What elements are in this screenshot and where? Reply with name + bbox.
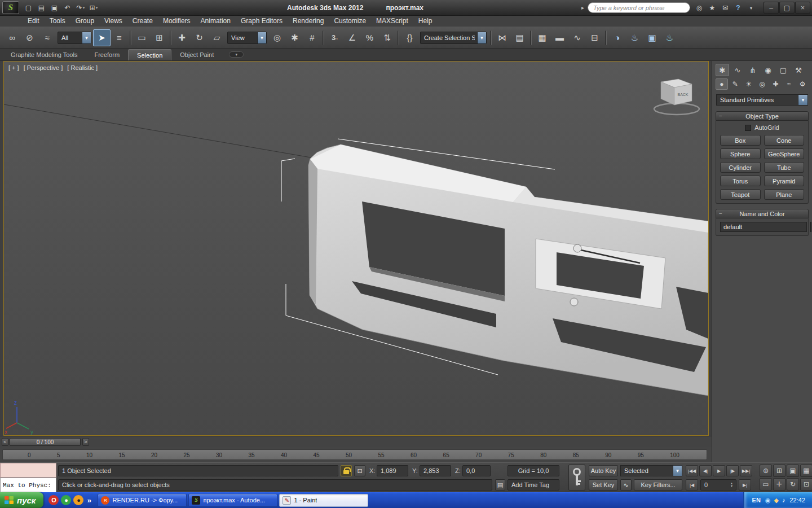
bind-to-space-warp-icon[interactable]: ≈	[38, 29, 56, 46]
maximize-button[interactable]: ▢	[779, 2, 795, 14]
autogrid-checkbox[interactable]	[745, 125, 751, 131]
macro-recorder-field[interactable]	[0, 463, 56, 478]
menu-item[interactable]: Tools	[45, 16, 70, 26]
primitive-button[interactable]: GeoSphere	[764, 148, 805, 159]
communication-center-icon[interactable]: ✉	[720, 2, 731, 14]
zoom-extents-icon[interactable]: ▣	[787, 465, 799, 477]
graphite-ribbon-toggle-icon[interactable]: ▬	[551, 29, 568, 46]
viewport-menu-shading[interactable]: [ Realistic ]	[67, 64, 98, 71]
percent-snap-toggle-icon[interactable]: %	[361, 29, 378, 46]
tray-volume-icon[interactable]: ♪	[782, 497, 785, 504]
language-indicator[interactable]: EN	[752, 497, 761, 503]
material-editor-icon[interactable]: ◑	[608, 29, 626, 46]
maxscript-mini-listener[interactable]: Max to Physc:	[0, 478, 56, 493]
orbit-icon[interactable]: ↻	[787, 478, 799, 491]
systems-category-icon[interactable]: ⚙	[796, 78, 809, 90]
select-and-rotate-icon[interactable]: ↻	[191, 29, 208, 46]
helpers-category-icon[interactable]: ✚	[769, 78, 782, 90]
use-pivot-point-center-icon[interactable]: ◎	[268, 29, 286, 46]
angle-snap-toggle-icon[interactable]: ∠	[343, 29, 361, 46]
menu-item[interactable]: Modifiers	[158, 16, 196, 26]
viewport-menu-view[interactable]: [ Perspective ]	[24, 64, 63, 71]
schematic-view-icon[interactable]: ⊟	[586, 29, 603, 46]
selection-lock-toggle[interactable]	[341, 465, 352, 476]
reference-coordinate-system-dropdown[interactable]: View ▾	[227, 32, 267, 44]
chevron-down-icon[interactable]: ▾	[673, 465, 682, 476]
app-logo-icon[interactable]: S	[2, 1, 19, 14]
time-step-back-button[interactable]: <	[2, 438, 8, 446]
zoom-extents-all-icon[interactable]: ▦	[800, 465, 812, 477]
next-key-button[interactable]: ▶|	[739, 479, 751, 491]
rendered-frame-window-icon[interactable]: ▣	[643, 29, 661, 46]
close-button[interactable]: ×	[795, 2, 810, 14]
named-selection-sets-dropdown[interactable]: Create Selection Se ▾	[420, 32, 487, 44]
render-setup-icon[interactable]: ♨	[626, 29, 643, 46]
goto-end-button[interactable]: ▶▶|	[740, 465, 752, 476]
menu-item[interactable]: Create	[127, 16, 158, 26]
mirror-icon[interactable]: ⋈	[493, 29, 511, 46]
primitive-button[interactable]: Tube	[764, 162, 805, 173]
spinner-arrows[interactable]: ▴ ▾	[731, 482, 732, 488]
x-coordinate-field[interactable]: 1,089	[377, 465, 408, 476]
key-filters-button[interactable]: Key Filters...	[634, 479, 682, 491]
help-search-input[interactable]	[593, 5, 685, 11]
cameras-category-icon[interactable]: ◎	[756, 78, 769, 90]
ribbon-tab[interactable]: Selection	[128, 49, 171, 60]
object-color-swatch[interactable]	[810, 222, 811, 232]
select-and-move-icon[interactable]: ✚	[173, 29, 191, 46]
primitives-dropdown[interactable]: Standard Primitives ▾	[716, 94, 808, 106]
quick-launch-antivirus-icon[interactable]: ●	[73, 495, 83, 505]
object-name-field[interactable]	[720, 222, 807, 232]
perspective-viewport[interactable]: [ + ] [ Perspective ] [ Realistic ]	[3, 61, 709, 436]
primitive-button[interactable]: Cylinder	[720, 162, 761, 173]
default-in-out-tangents-icon[interactable]: ∿	[620, 479, 632, 491]
timeline-ruler[interactable]: 0510152025303540455055606570758085909510…	[0, 447, 712, 462]
quick-launch-overflow-icon[interactable]: »	[86, 495, 92, 505]
viewport-menu-plus[interactable]: [ + ]	[8, 64, 19, 71]
selection-filter-dropdown[interactable]: All ▾	[58, 32, 91, 44]
taskbar-task[interactable]: S проэкт.max - Autode...	[188, 494, 277, 507]
absolute-mode-transform-toggle[interactable]: ⊡	[354, 465, 365, 476]
primitive-button[interactable]: Torus	[720, 176, 761, 186]
listener-window-icon[interactable]: ▤	[495, 479, 505, 491]
time-slider-handle[interactable]: 0 / 100	[10, 438, 81, 446]
hierarchy-tab-icon[interactable]: ⋔	[746, 64, 760, 76]
set-key-button[interactable]: Set Key	[589, 479, 618, 491]
edit-named-selection-sets-icon[interactable]: {}	[401, 29, 418, 46]
name-color-rollout-header[interactable]: − Name and Color	[716, 209, 809, 218]
space-warps-category-icon[interactable]: ≈	[783, 78, 795, 90]
taskbar-clock[interactable]: 22:42	[789, 497, 805, 503]
menu-item[interactable]: Help	[413, 16, 438, 26]
time-step-forward-button[interactable]: >	[82, 438, 89, 446]
lights-category-icon[interactable]: ☀	[743, 78, 755, 90]
select-object-icon[interactable]: ➤	[93, 29, 111, 46]
taskbar-task[interactable]: R RENDER.RU -> Фору...	[98, 494, 187, 507]
ribbon-tab[interactable]: Object Paint	[171, 49, 222, 60]
rectangular-selection-region-icon[interactable]: ▭	[133, 29, 151, 46]
search-binoculars-icon[interactable]: ◎	[694, 2, 705, 14]
add-time-tag-field[interactable]: Add Time Tag	[508, 479, 559, 491]
menu-item[interactable]: Animation	[196, 16, 236, 26]
goto-start-button[interactable]: |◀◀	[686, 465, 698, 476]
play-button[interactable]: ▶	[713, 465, 725, 476]
menu-item[interactable]: Graph Editors	[236, 16, 288, 26]
ribbon-collapse-toggle[interactable]: ▾	[229, 51, 244, 58]
curve-editor-icon[interactable]: ∿	[568, 29, 586, 46]
open-file-icon[interactable]: ▤	[36, 2, 48, 14]
align-icon[interactable]: ▤	[511, 29, 528, 46]
motion-tab-icon[interactable]: ◉	[761, 64, 775, 76]
viewport-canvas[interactable]: BACK z x y	[4, 62, 708, 435]
viewcube[interactable]: BACK	[654, 79, 699, 115]
layer-manager-icon[interactable]: ▦	[533, 29, 551, 46]
ribbon-tab[interactable]: Graphite Modeling Tools	[2, 49, 86, 60]
quick-launch-browser-icon[interactable]: ●	[61, 495, 71, 505]
primitive-button[interactable]: Cone	[764, 135, 805, 146]
help-search-box[interactable]	[588, 2, 690, 13]
shapes-category-icon[interactable]: ✎	[729, 78, 742, 90]
zoom-icon[interactable]: ⊕	[760, 465, 772, 477]
expand-arrow-icon[interactable]: ▸	[581, 5, 584, 11]
chevron-down-icon[interactable]: ▾	[798, 94, 808, 106]
window-crossing-toggle-icon[interactable]: ⊞	[151, 29, 168, 46]
select-and-scale-icon[interactable]: ▱	[208, 29, 226, 46]
menu-item[interactable]: Views	[99, 16, 127, 26]
